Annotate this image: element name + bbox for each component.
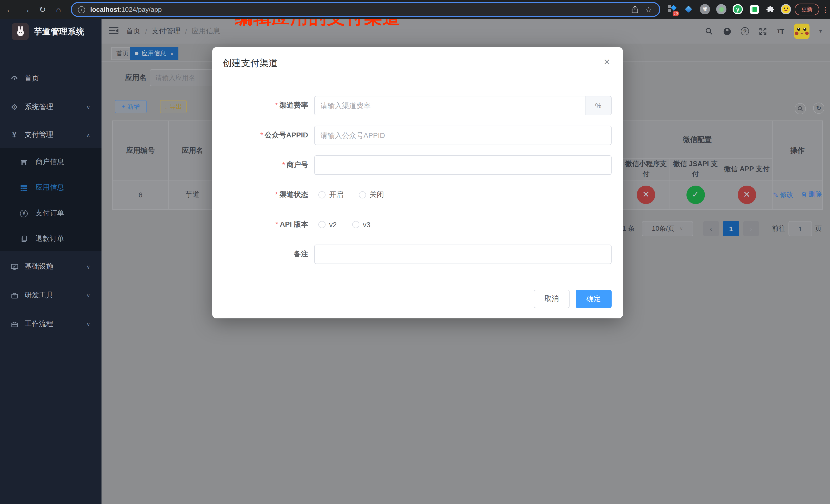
- extension-chat-icon[interactable]: [748, 4, 760, 15]
- goto-page-input[interactable]: 1: [789, 221, 812, 237]
- status-disabled-icon[interactable]: ✕: [737, 185, 756, 204]
- home-icon[interactable]: ⌂: [52, 0, 65, 19]
- add-button[interactable]: +新增: [115, 100, 147, 113]
- chevron-up-icon: ∧: [86, 132, 90, 138]
- tag-app-info[interactable]: 应用信息 ×: [130, 47, 179, 60]
- search-icon[interactable]: [704, 27, 714, 36]
- avatar-caret-icon[interactable]: ▼: [818, 29, 823, 34]
- sidebar-item-pay-orders[interactable]: ¥ 支付订单: [0, 200, 101, 226]
- status-disabled-icon[interactable]: ✕: [637, 185, 655, 204]
- col-group-wechat-config: 微信配置: [622, 121, 772, 159]
- cancel-button[interactable]: 取消: [534, 290, 570, 308]
- user-avatar[interactable]: [794, 24, 809, 39]
- chevron-down-icon: ∨: [86, 104, 90, 110]
- extension-kite-icon[interactable]: [683, 4, 694, 15]
- required-asterisk: *: [260, 131, 263, 139]
- search-field-label: 应用名: [125, 73, 147, 83]
- sidebar-item-merchant-info[interactable]: 商户信息: [0, 149, 101, 175]
- radio-circle-icon: [318, 221, 325, 228]
- search-circle-button[interactable]: [795, 103, 806, 114]
- extension-y-logo-icon[interactable]: y: [732, 4, 743, 15]
- sidebar-item-refund-orders[interactable]: 退款订单: [0, 226, 101, 252]
- sidebar-item-payment[interactable]: ¥ 支付管理 ∧: [0, 122, 101, 148]
- breadcrumb-app-info: 应用信息: [192, 27, 220, 36]
- extensions-puzzle-icon[interactable]: [764, 4, 776, 15]
- sidebar-item-workflow[interactable]: 工作流程 ∨: [0, 310, 101, 338]
- app-title: 芋道管理系统: [34, 19, 85, 44]
- breadcrumb-home[interactable]: 首页: [126, 27, 140, 36]
- breadcrumb-payment[interactable]: 支付管理: [152, 27, 181, 36]
- monitor-icon: [10, 262, 19, 271]
- sidebar-submenu-payment: 商户信息 应用信息 ¥ 支付订单 退款订单: [0, 148, 101, 251]
- help-icon[interactable]: ?: [740, 27, 749, 36]
- sidebar: 芋道管理系统 首页 ⚙ 系统管理 ∨ ¥ 支付管理 ∧ 商户信息: [0, 19, 101, 504]
- back-icon[interactable]: ←: [3, 0, 17, 19]
- prev-page-button[interactable]: ‹: [703, 221, 719, 237]
- profile-avatar-icon[interactable]: [780, 4, 792, 15]
- required-asterisk: *: [276, 220, 278, 228]
- confirm-button[interactable]: 确定: [576, 290, 612, 308]
- radio-api-v3[interactable]: v3: [352, 220, 371, 229]
- browser-menu-icon[interactable]: ⋮: [821, 0, 829, 19]
- font-size-icon[interactable]: TT: [776, 27, 786, 36]
- fullscreen-icon[interactable]: [758, 27, 767, 36]
- sidebar-item-dev-tools[interactable]: 研发工具 ∨: [0, 281, 101, 310]
- close-icon[interactable]: ✕: [603, 58, 611, 67]
- remark-input[interactable]: [314, 245, 612, 264]
- form-row-fee-rate: *渠道费率 %: [212, 91, 623, 121]
- delete-link[interactable]: 删除: [802, 190, 822, 199]
- sidebar-item-infrastructure[interactable]: 基础设施 ∨: [0, 252, 101, 281]
- fee-rate-input[interactable]: [314, 96, 585, 115]
- goto-label: 前往: [772, 224, 786, 233]
- screen: ← → ↻ ⌂ i localhost:1024/pay/app ☆ 10 ⌘ …: [0, 0, 830, 504]
- next-page-button[interactable]: ›: [743, 221, 759, 237]
- yen-circle-icon: ¥: [20, 209, 28, 218]
- sidebar-item-system[interactable]: ⚙ 系统管理 ∨: [0, 93, 101, 122]
- cell-wx-app-status: ✕: [721, 180, 772, 209]
- sidebar-item-home[interactable]: 首页: [0, 64, 101, 93]
- extension-record-icon[interactable]: [716, 4, 727, 15]
- bookmark-star-icon[interactable]: ☆: [645, 5, 652, 14]
- gear-icon: ⚙: [10, 102, 19, 112]
- required-asterisk: *: [275, 190, 278, 198]
- page-size-select[interactable]: 10条/页∨: [642, 221, 693, 237]
- github-icon[interactable]: [722, 27, 732, 36]
- radio-status-disable[interactable]: 关闭: [359, 190, 384, 199]
- tag-close-icon[interactable]: ×: [170, 51, 173, 57]
- col-header-wx-jsapi: 微信 JSAPI 支付: [670, 159, 721, 180]
- official-account-appid-input[interactable]: [314, 126, 612, 145]
- radio-circle-icon: [352, 221, 359, 228]
- forward-icon[interactable]: →: [20, 0, 33, 19]
- extension-command-icon[interactable]: ⌘: [699, 4, 710, 15]
- current-page-button[interactable]: 1: [723, 221, 739, 237]
- edit-link[interactable]: ✎修改: [773, 190, 793, 200]
- form-row-merchant-id: *商户号: [212, 150, 623, 180]
- radio-api-v2[interactable]: v2: [318, 220, 337, 229]
- share-icon[interactable]: [631, 6, 638, 13]
- refresh-circle-button[interactable]: ↻: [813, 102, 824, 114]
- browser-update-button[interactable]: 更新: [795, 4, 819, 15]
- cell-app-id: 6: [113, 180, 168, 209]
- site-info-icon[interactable]: i: [78, 6, 85, 13]
- status-enabled-icon[interactable]: ✓: [686, 185, 705, 204]
- chevron-down-icon: ∨: [86, 321, 90, 327]
- form-row-remark: 备注: [212, 240, 623, 269]
- plus-icon: +: [122, 103, 125, 110]
- app-logo-row[interactable]: 芋道管理系统: [0, 19, 101, 44]
- pagination-total: 1 条: [622, 224, 635, 233]
- percent-suffix: %: [585, 96, 612, 115]
- extension-badge-icon[interactable]: 10: [667, 4, 678, 15]
- dashboard-icon: [10, 74, 19, 83]
- url-bar[interactable]: i localhost:1024/pay/app ☆: [71, 2, 660, 17]
- export-button[interactable]: ↓导出: [160, 100, 187, 113]
- briefcase-icon: [10, 319, 19, 329]
- merchant-id-input[interactable]: [314, 155, 612, 175]
- form-row-api-version: *API 版本 v2 v3: [212, 210, 623, 240]
- radio-circle-icon: [318, 191, 325, 198]
- page-unit-label: 页: [815, 224, 822, 233]
- chevron-down-icon: ∨: [86, 292, 90, 298]
- sidebar-toggle-icon[interactable]: [109, 27, 119, 35]
- reload-icon[interactable]: ↻: [36, 0, 49, 19]
- sidebar-item-app-info[interactable]: 应用信息: [0, 175, 101, 200]
- radio-status-enable[interactable]: 开启: [318, 190, 344, 199]
